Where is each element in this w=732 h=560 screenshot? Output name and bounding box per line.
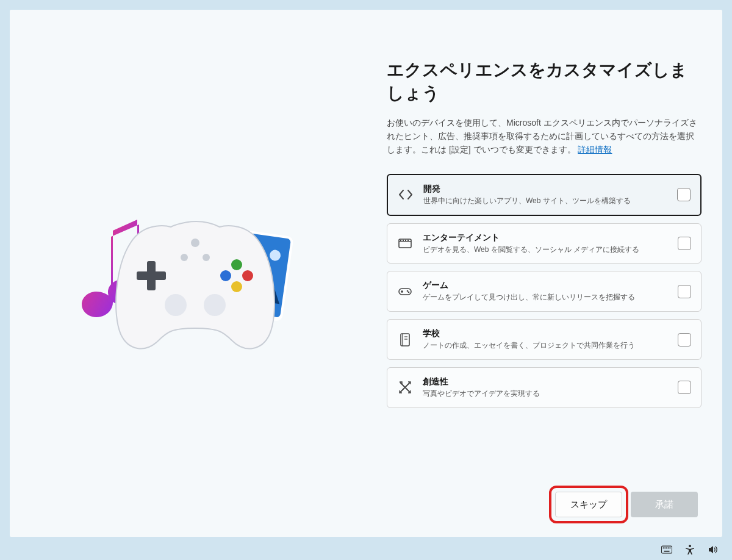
option-card-pencil-cross[interactable]: 創造性写真やビデオでアイデアを実現する [387,367,702,408]
taskbar [0,539,732,560]
svg-rect-34 [670,547,671,548]
option-desc: ビデオを見る、Web を閲覧する、ソーシャル メディアに接続する [423,245,668,255]
option-desc: 写真やビデオでアイデアを実現する [423,389,668,399]
skip-button[interactable]: スキップ [555,492,622,517]
option-card-film[interactable]: エンターテイメントビデオを見る、Web を閲覧する、ソーシャル メディアに接続す… [387,223,702,264]
volume-icon[interactable] [708,544,719,555]
notebook-icon [397,332,413,348]
option-checkbox[interactable] [678,333,691,346]
svg-point-9 [181,254,188,261]
controller-illustration [79,188,311,371]
svg-rect-16 [400,240,401,241]
option-text: 学校ノートの作成、エッセイを書く、プロジェクトで共同作業を行う [423,328,668,351]
page-description: お使いのデバイスを使用して、Microsoft エクスペリエンス内でパーソナライ… [387,116,702,157]
button-row: スキップ 承諾 [387,482,710,525]
options-list: 開発世界中に向けた楽しいアプリ、Web サイト、ツールを構築するエンターテイメン… [387,174,702,408]
accept-button[interactable]: 承諾 [631,492,698,517]
svg-rect-35 [664,551,670,552]
code-icon [398,187,414,203]
svg-point-24 [408,291,410,293]
option-text: 開発世界中に向けた楽しいアプリ、Web サイト、ツールを構築する [423,184,667,206]
oobe-window: エクスペリエンスをカスタマイズしましょう お使いのデバイスを使用して、Micro… [10,10,722,537]
option-checkbox[interactable] [678,381,691,394]
svg-point-11 [191,239,199,247]
option-text: ゲームゲームをプレイして見つけ出し、常に新しいリリースを把握する [423,280,668,303]
svg-point-13 [204,294,226,316]
film-icon [397,235,413,251]
svg-rect-30 [663,547,664,548]
option-card-notebook[interactable]: 学校ノートの作成、エッセイを書く、プロジェクトで共同作業を行う [387,319,702,360]
svg-rect-31 [664,547,666,548]
accessibility-icon[interactable] [684,544,695,555]
content-panel: エクスペリエンスをカスタマイズしましょう お使いのデバイスを使用して、Micro… [381,10,722,537]
pencil-cross-icon [397,379,413,395]
option-desc: ゲームをプレイして見つけ出し、常に新しいリリースを把握する [423,292,668,303]
svg-point-7 [220,270,231,281]
scroll-area[interactable]: エクスペリエンスをカスタマイズしましょう お使いのデバイスを使用して、Micro… [387,59,710,482]
option-checkbox[interactable] [678,285,691,298]
option-title: 開発 [423,184,667,195]
svg-rect-17 [403,240,404,241]
svg-rect-25 [401,334,409,346]
keyboard-icon[interactable] [661,544,672,555]
svg-rect-19 [407,240,409,241]
option-card-gamepad[interactable]: ゲームゲームをプレイして見つけ出し、常に新しいリリースを把握する [387,271,702,312]
more-info-link[interactable]: 詳細情報 [578,145,612,154]
option-card-code[interactable]: 開発世界中に向けた楽しいアプリ、Web サイト、ツールを構築する [387,174,702,216]
svg-rect-18 [405,240,406,241]
svg-point-10 [203,254,210,261]
option-title: エンターテイメント [423,232,668,243]
svg-point-8 [231,281,242,292]
gamepad-icon [397,284,413,300]
option-text: エンターテイメントビデオを見る、Web を閲覧する、ソーシャル メディアに接続す… [423,232,668,255]
svg-rect-4 [137,271,166,280]
option-desc: 世界中に向けた楽しいアプリ、Web サイト、ツールを構築する [423,196,667,206]
svg-point-12 [165,294,187,316]
option-text: 創造性写真やビデオでアイデアを実現する [423,376,668,399]
option-title: 学校 [423,328,668,339]
option-desc: ノートの作成、エッセイを書く、プロジェクトで共同作業を行う [423,340,668,351]
page-title: エクスペリエンスをカスタマイズしましょう [387,59,702,105]
svg-rect-33 [668,547,669,548]
option-title: 創造性 [423,376,668,387]
svg-point-6 [242,270,253,281]
option-checkbox[interactable] [678,237,691,250]
option-checkbox[interactable] [677,188,691,201]
illustration-panel [10,10,381,537]
option-title: ゲーム [423,280,668,291]
svg-rect-29 [661,546,672,553]
svg-rect-32 [666,547,667,548]
svg-point-23 [407,290,409,292]
svg-point-36 [689,545,691,547]
svg-point-5 [231,259,242,270]
